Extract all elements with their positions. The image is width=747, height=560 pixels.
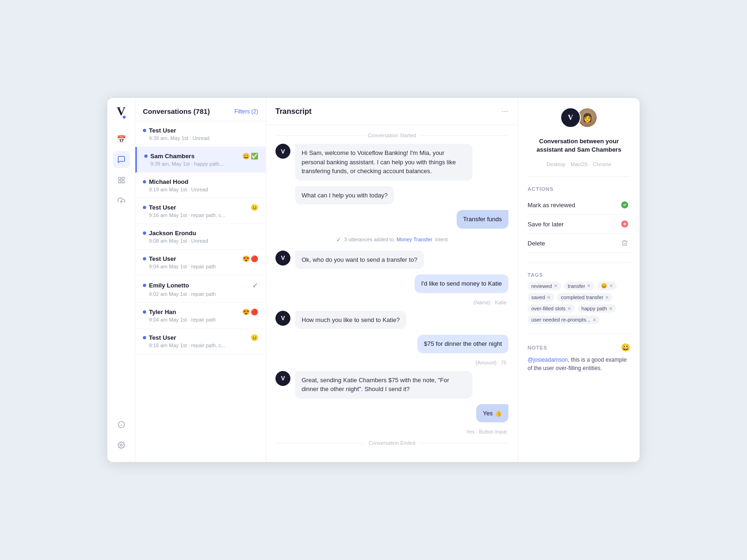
message-row: V Hi Sam, welcome to Voiceflow Banking! … <box>275 144 508 181</box>
tags-section: TAGS reviewed ✕ transfer ✕ 😀 ✕ saved ✕ <box>528 272 630 324</box>
save-later-action[interactable]: Save for later <box>528 215 630 234</box>
list-item[interactable]: Emily Lonetto ✓ 9:02 am May 1st · repair… <box>135 275 266 303</box>
nav-calendar-icon[interactable]: 📅 <box>113 131 130 147</box>
svg-rect-3 <box>122 181 124 183</box>
divider <box>528 333 630 334</box>
nav-settings-icon[interactable] <box>113 437 130 454</box>
bot-bubble: Hi Sam, welcome to Voiceflow Banking! I'… <box>295 144 472 181</box>
tag-remove-icon[interactable]: ✕ <box>609 283 613 288</box>
right-panel: V 👩 Conversation between your assistant … <box>518 98 640 462</box>
transcript-header: Transcript ··· <box>266 98 518 125</box>
notes-mention[interactable]: @josieadamson <box>528 357 568 363</box>
conv-meta: 9:39 am, May 1st · Unread <box>143 135 258 141</box>
delete-action[interactable]: Delete <box>528 234 630 253</box>
list-item[interactable]: Test User 9:39 am, May 1st · Unread <box>135 121 266 147</box>
user-bubble: I'd like to send money to Katie <box>415 274 508 293</box>
message-row: V Ok, who do you want to send a transfer… <box>275 251 508 269</box>
conversation-started-marker: Conversation Started <box>275 133 508 138</box>
tag-remove-icon[interactable]: ✕ <box>605 295 609 300</box>
list-item[interactable]: Sam Chambers 😀 ✅ 9:39 am, May 1st · happ… <box>135 147 266 173</box>
tag-text: transfer <box>568 283 585 289</box>
tags-label: TAGS <box>528 272 630 278</box>
conv-name: Test User <box>143 127 176 134</box>
check-icon: ✓ <box>252 281 258 290</box>
right-conv-meta: Desktop · MacOS · Chrome <box>528 161 630 167</box>
intent-link[interactable]: Money Transfer <box>397 237 432 242</box>
conv-meta: 9:04 am May 1st · repair path <box>143 264 258 269</box>
conv-name: Test User <box>143 334 176 341</box>
emoji-heart-icon: 😍 <box>242 308 250 315</box>
nav-upload-icon[interactable] <box>113 192 130 209</box>
check-circle-icon <box>619 199 630 210</box>
tag-saved[interactable]: saved ✕ <box>528 293 554 301</box>
voiceflow-avatar: V <box>560 107 581 128</box>
mark-reviewed-action[interactable]: Mark as reviewed <box>528 196 630 215</box>
tag-happy-path[interactable]: happy path ✕ <box>578 304 616 313</box>
tag-remove-icon[interactable]: ✕ <box>609 306 613 311</box>
emoji-happy-icon: 😀 <box>242 153 250 160</box>
conv-meta: 9:39 am, May 1st · happy path... <box>144 161 258 167</box>
app-container: V 📅 <box>107 98 640 462</box>
nav-chat-icon[interactable] <box>113 151 130 168</box>
conv-name: Jackson Erondu <box>143 230 196 237</box>
bot-bubble: How much you like to send to Katie? <box>295 311 406 329</box>
divider <box>528 176 630 177</box>
list-item[interactable]: Michael Hood 9:19 am May 1st · Unread <box>135 173 266 198</box>
notes-section: NOTES 😀 @josieadamson, this is a good ex… <box>528 343 630 372</box>
conversations-list: Test User 9:39 am, May 1st · Unread Sam … <box>135 121 266 462</box>
list-item[interactable]: Test User 😐 9:16 am May 1st · repair pat… <box>135 198 266 224</box>
tag-remove-icon[interactable]: ✕ <box>554 283 557 288</box>
conversations-header: Conversations (781) Filters (2) <box>135 98 266 121</box>
bot-bubble: What can I help you with today? <box>295 186 394 205</box>
message-row: Transfer funds <box>275 210 508 229</box>
check-icon: ✓ <box>336 236 341 243</box>
message-row: Yes 👍 <box>275 404 508 423</box>
emoji-heart-icon: 😍 <box>242 255 250 262</box>
tag-completed-transfer[interactable]: completed transfer ✕ <box>557 293 613 301</box>
filters-button[interactable]: Filters (2) <box>234 108 258 115</box>
tag-text: reviewed <box>531 283 552 289</box>
tag-text: over-filled slots <box>531 306 565 311</box>
tag-over-filled-slots[interactable]: over-filled slots ✕ <box>528 304 575 313</box>
tag-emoji-happy[interactable]: 😀 ✕ <box>597 281 617 290</box>
list-item[interactable]: Test User 😍 🔴 9:04 am May 1st · repair p… <box>135 250 266 275</box>
transcript-menu-button[interactable]: ··· <box>501 106 508 116</box>
emoji-check-icon: ✅ <box>251 153 258 160</box>
tag-remove-icon[interactable]: ✕ <box>567 306 571 311</box>
conv-meta: 9:19 am May 1st · Unread <box>143 187 258 192</box>
message-row: What can I help you with today? <box>275 186 508 205</box>
conversations-panel: Conversations (781) Filters (2) Test Use… <box>135 98 266 462</box>
avatar: V <box>275 311 290 326</box>
sidebar-nav: V 📅 <box>107 98 135 462</box>
list-item[interactable]: Test User 😐 9:16 am May 1st · repair pat… <box>135 329 266 354</box>
nav-info-icon[interactable] <box>113 416 130 433</box>
message-row: I'd like to send money to Katie <box>275 274 508 293</box>
tag-text: saved <box>531 294 545 300</box>
conv-name: Sam Chambers <box>144 153 195 160</box>
list-item[interactable]: Tyler Han 😍 🔴 9:04 am May 1st · repair p… <box>135 303 266 329</box>
nav-grid-icon[interactable] <box>113 172 130 189</box>
tag-remove-icon[interactable]: ✕ <box>592 317 596 322</box>
avatar: V <box>275 251 290 266</box>
emoji-neutral-icon: 😐 <box>251 204 258 211</box>
conv-name: Test User <box>143 255 176 262</box>
conv-meta: 9:16 am May 1st · repair path, c... <box>143 212 258 218</box>
svg-rect-2 <box>119 181 121 183</box>
tag-user-needed[interactable]: user needed re-prompts... ✕ <box>528 315 600 324</box>
conversation-ended-marker: Conversation Ended <box>275 440 508 446</box>
list-item[interactable]: Jackson Erondu 9:08 am May 1st · Unread <box>135 224 266 250</box>
plus-circle-icon <box>619 218 630 230</box>
tag-remove-icon[interactable]: ✕ <box>587 283 591 288</box>
entity-label: {Name} · Katie <box>275 300 508 305</box>
trash-icon <box>619 238 630 249</box>
message-row: V How much you like to send to Katie? <box>275 311 508 329</box>
tag-transfer[interactable]: transfer ✕ <box>564 281 594 290</box>
tag-remove-icon[interactable]: ✕ <box>547 295 550 300</box>
notes-header: NOTES 😀 <box>528 343 630 352</box>
user-bubble: Transfer funds <box>457 210 508 229</box>
transcript-panel: Transcript ··· Conversation Started V Hi… <box>266 98 518 462</box>
svg-rect-0 <box>119 177 121 180</box>
save-later-label: Save for later <box>528 221 564 228</box>
emoji-red-icon: 🔴 <box>251 255 258 262</box>
tag-reviewed[interactable]: reviewed ✕ <box>528 281 561 290</box>
